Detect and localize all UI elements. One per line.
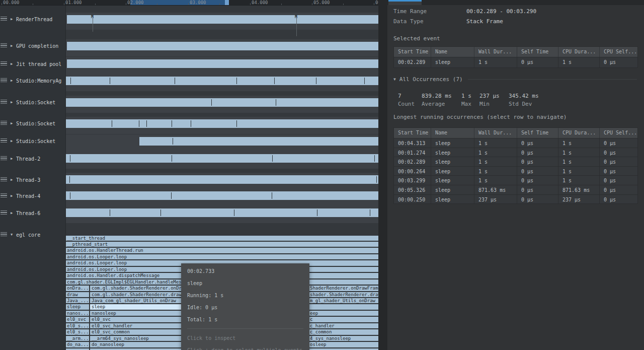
expand-arrow-icon[interactable]: ▶ <box>11 139 15 143</box>
thread-row-jit-thread-pool[interactable]: ▶Jit thread pool <box>0 60 65 68</box>
thread-row-thread-3[interactable]: ▶Thread-3 <box>0 176 65 184</box>
table-row[interactable]: 00:05.326sleep871.63 ms0 µs871.63 ms0 µs <box>394 185 637 194</box>
flame-frame[interactable]: do_na... <box>65 342 89 347</box>
thread-activity-bar[interactable] <box>66 98 378 107</box>
drag-handle-icon[interactable] <box>1 78 7 83</box>
flame-frame[interactable] <box>65 348 89 350</box>
column-header[interactable]: Self Time <box>517 128 558 138</box>
flame-frame[interactable]: draw <box>65 292 89 298</box>
flame-frame[interactable]: c <box>309 317 378 322</box>
flame-frame[interactable]: onDra... <box>65 286 89 291</box>
table-row[interactable]: 00:00.264sleep1 s0 µs1 s0 µs <box>394 166 637 176</box>
drag-handle-icon[interactable] <box>1 138 7 144</box>
selection-handle[interactable] <box>225 0 229 5</box>
expand-arrow-icon[interactable]: ▶ <box>11 178 15 182</box>
thread-activity-bar[interactable] <box>67 59 378 68</box>
thread-activity-bar[interactable] <box>139 137 378 146</box>
thread-activity-bar[interactable] <box>66 191 378 200</box>
flame-frame[interactable]: __start_thread <box>65 236 378 241</box>
drag-handle-icon[interactable] <box>1 193 7 198</box>
column-header[interactable]: Name <box>431 128 474 138</box>
flame-frame[interactable]: nanos... <box>65 311 89 316</box>
flame-frame[interactable]: c_common <box>309 329 378 335</box>
thread-activity-bar[interactable] <box>66 119 378 128</box>
flame-frame[interactable]: android.os.Looper.loop <box>65 254 378 260</box>
flame-frame[interactable]: osleep <box>309 342 378 347</box>
column-header[interactable]: Start Time <box>394 47 431 57</box>
collapse-arrow-icon[interactable]: ▼ <box>11 233 15 237</box>
column-header[interactable]: CPU Dura... <box>558 47 600 57</box>
ruler-selection-range[interactable] <box>130 0 229 5</box>
thread-row-gpu-completion[interactable]: ▶GPU completion <box>0 42 65 50</box>
flame-frame[interactable]: __pthread_start <box>65 242 378 247</box>
flame-frame[interactable]: Java_... <box>65 298 89 304</box>
time-ruler[interactable]: 00.00001.00002.00003.00004.00005.00006.0 <box>0 0 378 6</box>
thread-activity-bar[interactable] <box>66 208 378 217</box>
column-header[interactable]: Wall Dur... <box>474 128 517 138</box>
drag-handle-icon[interactable] <box>1 177 7 182</box>
thread-activity-bar[interactable] <box>66 175 378 184</box>
table-row[interactable]: 00:00.250sleep237 µs0 µs237 µs0 µs <box>394 194 637 204</box>
thread-row-studio-socket[interactable]: ▶Studio:Socket <box>0 119 65 127</box>
thread-activity-bar[interactable] <box>67 15 378 24</box>
expand-arrow-icon[interactable]: ▶ <box>11 157 15 161</box>
flame-frame[interactable]: el0_s... <box>65 323 89 329</box>
thread-row-studio-socket[interactable]: ▶Studio:Socket <box>0 137 65 145</box>
flame-frame[interactable]: eep <box>309 311 378 316</box>
drag-handle-icon[interactable] <box>1 17 7 22</box>
thread-activity-bar[interactable] <box>66 77 378 85</box>
occurrences-section-header[interactable]: ▼ All Occurrences (7) <box>393 76 637 83</box>
expand-arrow-icon[interactable]: ▶ <box>11 211 15 215</box>
flame-frame[interactable]: el0_s... <box>65 329 89 335</box>
table-row[interactable]: 00:03.299sleep1 s0 µs1 s0 µs <box>394 175 637 185</box>
column-header[interactable]: Self Time <box>517 47 558 57</box>
column-header[interactable]: CPU Self... <box>600 128 637 138</box>
table-row[interactable]: 00:04.313sleep1 s0 µs1 s0 µs <box>394 138 637 148</box>
thread-row-thread-2[interactable]: ▶Thread-2 <box>0 155 65 163</box>
thread-row-studio-socket[interactable]: ▶Studio:Socket <box>0 98 65 106</box>
thread-row-studio-memoryag[interactable]: ▶Studio:MemoryAg <box>0 77 65 85</box>
drag-handle-icon[interactable] <box>1 232 7 237</box>
drag-handle-icon[interactable] <box>1 43 7 48</box>
flame-frame[interactable]: m_gl_shader_Utils_onDraw <box>309 298 378 304</box>
table-row[interactable]: 00:01.274sleep1 s0 µs1 s0 µs <box>394 148 637 157</box>
flame-frame[interactable]: shader.ShaderRenderer.draw <box>309 292 378 298</box>
thread-activity-bar[interactable] <box>67 42 378 50</box>
column-header[interactable]: Start Time <box>394 128 431 138</box>
flame-frame[interactable]: c_handler <box>309 323 378 329</box>
expand-arrow-icon[interactable]: ▶ <box>11 79 15 83</box>
expand-arrow-icon[interactable]: ▶ <box>11 194 15 198</box>
flame-frame[interactable]: 4_sys_nanosleep <box>309 336 378 341</box>
trace-marker-icon[interactable]: M <box>91 15 94 19</box>
expand-arrow-icon[interactable]: ▶ <box>11 62 15 66</box>
flame-frame[interactable]: sleep <box>65 304 89 310</box>
expand-arrow-icon[interactable]: ▶ <box>11 100 15 104</box>
table-row[interactable]: 00:02.289sleep1 s0 µs1 s0 µs <box>394 57 637 67</box>
thread-row-thread-6[interactable]: ▶Thread-6 <box>0 209 65 217</box>
expand-arrow-icon[interactable]: ▶ <box>11 17 15 21</box>
flame-frame[interactable]: __arm... <box>65 336 89 341</box>
column-header[interactable]: CPU Self... <box>600 47 637 57</box>
panel-active-tab[interactable] <box>388 0 422 5</box>
trace-marker-icon[interactable]: M <box>295 15 297 19</box>
flame-frame[interactable]: ShaderRenderer.onDrawFrame <box>309 286 378 291</box>
column-header[interactable]: CPU Dura... <box>558 128 600 138</box>
column-header[interactable]: Wall Dur... <box>474 47 517 57</box>
flame-frame[interactable] <box>309 348 378 350</box>
thread-row-renderthread[interactable]: ▶RenderThread <box>0 15 65 23</box>
drag-handle-icon[interactable] <box>1 100 7 105</box>
table-row[interactable]: 00:02.289sleep1 s0 µs1 s0 µs <box>394 157 637 166</box>
collapse-triangle-icon[interactable]: ▼ <box>393 77 396 82</box>
thread-row-thread-4[interactable]: ▶Thread-4 <box>0 192 65 200</box>
column-header[interactable]: Name <box>431 47 474 57</box>
flame-frame[interactable] <box>309 304 378 310</box>
drag-handle-icon[interactable] <box>1 61 7 66</box>
drag-handle-icon[interactable] <box>1 211 7 216</box>
thread-activity-bar[interactable] <box>66 154 378 163</box>
flame-frame[interactable]: el0_svc <box>65 317 89 322</box>
drag-handle-icon[interactable] <box>1 156 7 161</box>
flame-frame[interactable]: android.os.HandlerThread.run <box>65 248 378 253</box>
thread-row-egl-core[interactable]: ▼egl_core <box>0 231 65 239</box>
expand-arrow-icon[interactable]: ▶ <box>11 121 15 125</box>
expand-arrow-icon[interactable]: ▶ <box>11 44 15 48</box>
